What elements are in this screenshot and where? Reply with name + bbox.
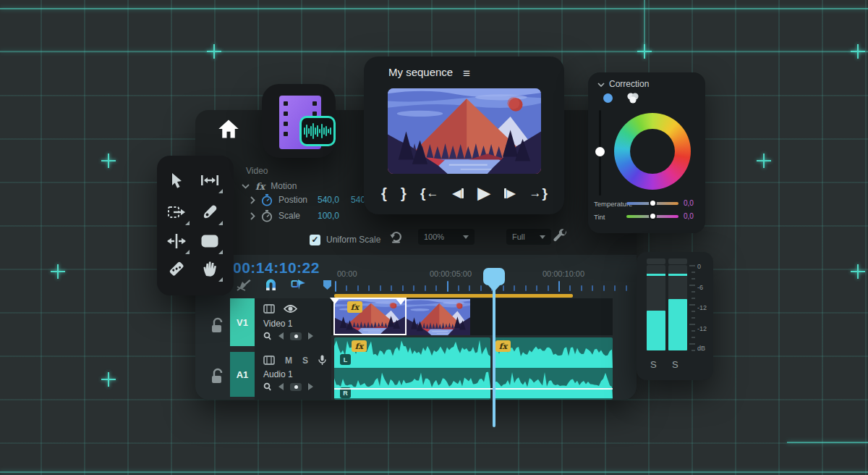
color-wheels-button[interactable] (626, 92, 640, 104)
property-label: Postion (278, 195, 312, 205)
fit-select[interactable]: Full (506, 229, 551, 245)
grid-cross (757, 154, 771, 168)
razor-tool-button[interactable] (166, 258, 187, 279)
meter-cap (668, 258, 687, 264)
temperature-slider-thumb[interactable] (649, 199, 657, 207)
ripple-edit-tool-button[interactable] (166, 201, 187, 223)
chevron-down-icon (540, 235, 545, 239)
keyframe-toggle-icon[interactable] (263, 382, 272, 391)
stopwatch-icon[interactable] (261, 210, 273, 222)
rect-tool-button[interactable] (199, 230, 221, 252)
video-track-tab[interactable]: V1 (230, 298, 255, 346)
voiceover-mic-icon[interactable] (318, 355, 326, 366)
pen-icon (201, 203, 218, 221)
grid-accent-line (787, 442, 868, 443)
flyout-indicator (218, 250, 223, 254)
razor-icon (167, 259, 186, 278)
selection-tool-button[interactable] (166, 169, 187, 191)
zoom-level-value: 100% (424, 232, 444, 241)
collapse-chevron-icon[interactable] (597, 83, 605, 87)
property-label: Scale (278, 211, 312, 221)
audio-track-tab[interactable]: A1 (230, 352, 255, 397)
mark-in-button[interactable]: { (381, 185, 387, 202)
keyframe-toggle-icon[interactable] (263, 332, 272, 340)
temperature-value[interactable]: 0,0 (684, 199, 694, 207)
track-select-tool-button[interactable] (199, 169, 221, 191)
uniform-scale-checkbox[interactable]: ✓ (310, 235, 320, 245)
property-value-x[interactable]: 540,0 (318, 195, 339, 205)
meter-level (668, 299, 687, 350)
snap-toggle-button[interactable] (263, 277, 278, 292)
grid-cross (851, 44, 865, 59)
home-button[interactable] (214, 116, 243, 142)
video-track-name: Video 1 (263, 319, 292, 329)
stopwatch-icon[interactable] (261, 194, 273, 206)
meter-scale-label: -12 (697, 325, 707, 332)
fx-icon: fx (255, 181, 265, 192)
grid-cross (101, 154, 116, 168)
tint-slider-thumb[interactable] (649, 212, 657, 220)
slip-tool-button[interactable] (166, 230, 187, 252)
timeline-ruler[interactable]: 00:00 00:00:05:00 00:00:10:00 (331, 269, 631, 295)
selection-arrow-icon (169, 172, 184, 189)
nest-toggle-button[interactable] (236, 279, 252, 292)
track-lock-button[interactable] (210, 368, 224, 385)
linked-selection-toggle[interactable] (291, 278, 306, 291)
track-lock-button[interactable] (210, 317, 224, 335)
timecode-display[interactable]: 00:14:10:22 (233, 259, 320, 277)
effects-section-label: Video (246, 166, 268, 176)
next-keyframe-button[interactable] (308, 383, 313, 390)
mute-button[interactable]: M (285, 356, 292, 366)
sync-lock-icon[interactable] (263, 356, 275, 365)
meter-channel-left (647, 265, 665, 350)
settings-wrench-button[interactable] (553, 228, 568, 243)
pen-tool-button[interactable] (199, 201, 221, 223)
meter-level (647, 311, 665, 350)
grid-accent-line (644, 0, 645, 51)
app-canvas: Video fx Motion Postion 540,0 540,0 Scal… (0, 0, 868, 475)
meter-scale-ticks (689, 265, 695, 350)
go-to-out-button[interactable]: →} (529, 185, 548, 201)
add-keyframe-button[interactable] (290, 383, 302, 391)
next-keyframe-button[interactable] (308, 332, 313, 340)
app-icon-tile[interactable] (262, 84, 336, 158)
hand-tool-button[interactable] (199, 258, 221, 279)
prev-keyframe-button[interactable] (278, 332, 284, 340)
expand-chevron-icon[interactable] (250, 196, 255, 204)
reset-button[interactable] (389, 230, 403, 243)
fx-badge: fx (352, 340, 367, 352)
step-back-button[interactable]: ◀ (453, 187, 464, 200)
meter-solo-button[interactable]: S (672, 359, 678, 370)
prev-keyframe-button[interactable] (278, 383, 284, 390)
unlock-icon (210, 368, 224, 385)
meter-peak (668, 274, 687, 276)
solo-button[interactable]: S (302, 356, 308, 366)
correction-panel: Correction Temperature 0,0 Tint 0,0 (588, 72, 705, 233)
property-value[interactable]: 100,0 (318, 211, 339, 221)
panel-menu-button[interactable]: ≡ (463, 67, 470, 80)
track-output-eye-icon[interactable] (284, 304, 297, 314)
meter-solo-button[interactable]: S (650, 359, 657, 370)
meter-channel-right (668, 265, 687, 350)
zoom-level-select[interactable]: 100% (418, 229, 475, 245)
meter-cap (647, 258, 665, 264)
video-clip[interactable] (407, 299, 470, 335)
mark-out-button[interactable]: } (401, 185, 407, 202)
volume-rubber-band[interactable] (334, 388, 613, 390)
luminance-slider-thumb[interactable] (595, 147, 605, 156)
tint-value[interactable]: 0,0 (684, 212, 694, 220)
sync-lock-icon[interactable] (263, 304, 275, 314)
grid-accent-line (0, 51, 868, 52)
color-dot-button[interactable] (603, 93, 613, 103)
play-button[interactable]: ▶ (478, 184, 490, 203)
add-keyframe-button[interactable] (290, 332, 302, 340)
step-forward-button[interactable]: ▶ (504, 187, 516, 200)
timeline-panel: 00:14:10:22 (195, 255, 637, 400)
go-to-in-button[interactable]: {← (420, 185, 438, 201)
expand-chevron-icon[interactable] (250, 212, 255, 220)
audio-meters-panel: 0 -6 -12 -12 dB S S (637, 252, 713, 380)
clip-handle-marker (330, 298, 340, 304)
magnet-icon (263, 277, 278, 292)
slip-icon (166, 233, 187, 249)
collapse-chevron-icon[interactable] (242, 184, 250, 189)
